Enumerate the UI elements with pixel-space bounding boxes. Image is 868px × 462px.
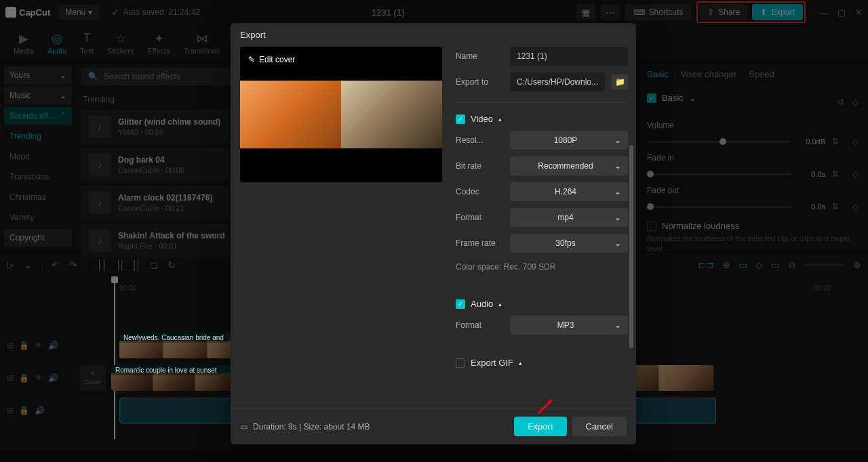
bitrate-select[interactable]: Recommended⌄ xyxy=(510,156,628,175)
framerate-label: Frame rate xyxy=(456,238,503,248)
chevron-up-icon: ▴ xyxy=(498,301,502,308)
resolution-label: Resol... xyxy=(456,135,503,145)
modal-scrollbar[interactable] xyxy=(629,145,633,375)
gif-section-header[interactable]: Export GIF ▴ xyxy=(456,358,628,368)
video-section-header[interactable]: ✓ Video ▴ xyxy=(456,114,628,124)
chevron-down-icon: ⌄ xyxy=(614,187,621,196)
chevron-up-icon: ▴ xyxy=(519,360,522,366)
resolution-select[interactable]: 1080P⌄ xyxy=(510,131,628,150)
format-label: Format xyxy=(456,213,503,222)
audio-format-select[interactable]: MP3⌄ xyxy=(510,316,628,335)
film-icon: ▭ xyxy=(240,422,248,432)
audio-format-label: Format xyxy=(456,320,503,330)
bitrate-label: Bit rate xyxy=(456,161,503,171)
chevron-up-icon: ▴ xyxy=(498,116,502,123)
chevron-down-icon: ⌄ xyxy=(614,161,621,171)
export-modal: Export ✎ Edit cover Name Export to xyxy=(231,23,636,444)
chevron-down-icon: ⌄ xyxy=(614,135,621,145)
folder-icon[interactable]: 📁 xyxy=(612,75,628,89)
modal-footer: ▭ Duration: 9s | Size: about 14 MB Expor… xyxy=(231,408,636,444)
checkbox-on-icon[interactable]: ✓ xyxy=(456,114,465,124)
name-input[interactable] xyxy=(510,47,628,66)
edit-cover-button[interactable]: ✎ Edit cover xyxy=(248,55,295,64)
chevron-down-icon: ⌄ xyxy=(614,320,621,330)
name-label: Name xyxy=(456,51,503,61)
gif-checkbox[interactable] xyxy=(456,358,465,368)
duration-info: ▭ Duration: 9s | Size: about 14 MB xyxy=(240,422,370,432)
cover-preview: ✎ Edit cover xyxy=(240,47,442,182)
codec-label: Codec xyxy=(456,187,503,196)
chevron-down-icon: ⌄ xyxy=(614,213,621,222)
modal-title: Export xyxy=(231,23,636,47)
checkbox-on-icon[interactable]: ✓ xyxy=(456,299,465,309)
export-path[interactable]: C:/Users/HP/Downlo... xyxy=(510,72,605,91)
export-confirm-button[interactable]: Export xyxy=(514,417,567,436)
cancel-button[interactable]: Cancel xyxy=(572,417,627,436)
colorspace-info: Color space: Rec. 709 SDR xyxy=(456,262,628,272)
audio-section-header[interactable]: ✓ Audio ▴ xyxy=(456,299,628,309)
codec-select[interactable]: H.264⌄ xyxy=(510,182,628,201)
chevron-down-icon: ⌄ xyxy=(614,238,621,248)
framerate-select[interactable]: 30fps⌄ xyxy=(510,234,628,253)
export-to-label: Export to xyxy=(456,77,503,87)
pen-icon: ✎ xyxy=(248,55,255,64)
format-select[interactable]: mp4⌄ xyxy=(510,208,628,227)
